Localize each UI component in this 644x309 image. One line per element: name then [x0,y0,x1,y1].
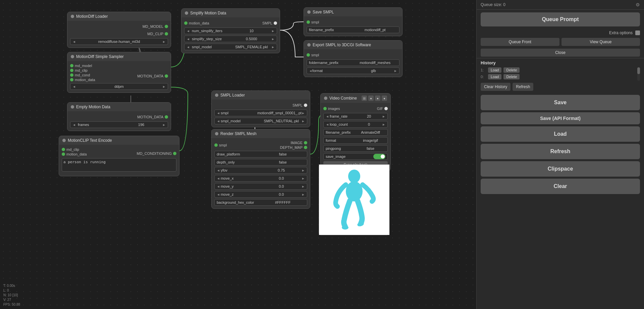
socket-md-model[interactable] [165,25,168,28]
node-dot [71,105,74,109]
label-smpl-in-export: smpl [311,53,319,57]
field-depth-only[interactable]: depth_only false [214,159,307,166]
field-model-dataset[interactable]: ◄ remodiffuse-human_ml3d ► [70,38,168,45]
text-encode-input[interactable]: a person is running [62,158,176,172]
load-button[interactable]: Load [481,126,640,142]
value-format-vc: image/gif [356,138,385,142]
socket-motion-data-out[interactable] [165,74,168,78]
field-filename-prefix-vc[interactable]: filename_prefix AnimateDiff [323,129,388,136]
node-render-smpl: Render SMPL Mesh smpl IMAGE DEPTH_MAP [211,129,310,209]
socket-image-out[interactable] [304,141,307,144]
socket-depth-out[interactable] [304,146,307,149]
queue-front-button[interactable]: Queue Front [481,38,559,46]
field-loop-count[interactable]: ◄ loop_count 0 ► [323,121,388,128]
queue-btns-row: Queue Front View Queue [477,37,644,47]
node-title-export-smpl: Export SMPL to 3DCGI Software [313,43,371,47]
socket-motion-data-in2[interactable] [70,78,73,81]
field-move-x[interactable]: ◄ move_x 0.0 ► [214,175,307,182]
status-v: V: 27 [3,298,20,302]
socket-smpl-in-export[interactable] [307,53,310,57]
socket-motion-data-out-empty[interactable] [165,115,168,119]
close-button[interactable]: Close [481,49,640,57]
label-motion-data: motion_data [189,21,209,25]
field-num-simplify[interactable]: ◄ num_simplify_iters 10 ► [184,27,277,34]
field-row-bg-color: background_hex_color #FFFFFF [212,198,310,206]
field-step-size[interactable]: ◄ simplify_step_size 0.5000 ► [184,36,277,42]
field-foldername[interactable]: foldername_prefix motiondiff_meshes [307,59,399,66]
field-smpl-model-simplify[interactable]: ◄ smpl_model SMPL_FEMALE.pkl ► [184,44,277,50]
socket-md-conditioning-out[interactable] [173,152,176,155]
history-item-0: 0: Load Delete [481,74,635,79]
socket-md-clip[interactable] [165,32,168,36]
view-queue-button[interactable]: View Queue [561,38,640,46]
svg-point-0 [348,170,360,183]
field-pingpong[interactable]: pingpong false [323,145,388,152]
socket-gif-out[interactable] [384,107,388,110]
field-row-format-vc: format image/gif [321,136,390,144]
node-icon-btn-2[interactable]: ● [368,96,374,101]
field-yfov[interactable]: ◄ yfov 0.75 ► [214,167,307,174]
node-header-empty-motion: Empty Motion Data [67,103,171,111]
socket-images-in[interactable] [323,107,327,110]
value-yfov: 0.75 [261,168,302,172]
node-header-render-smpl: Render SMPL Mesh [212,129,310,138]
field-move-y[interactable]: ◄ move_y 0.0 ► [214,183,307,190]
value-num-simplify: 10 [232,29,272,33]
toggle-save-image[interactable] [373,154,385,159]
socket-smpl-in-render[interactable] [214,143,218,147]
queue-prompt-button[interactable]: Queue Prompt [481,12,640,26]
field-format-export[interactable]: ◄ format glb ► [307,67,399,74]
node-icon-btn-1[interactable]: ⊞ [362,96,367,101]
history-delete-1-button[interactable]: Delete [503,67,520,73]
node-dot [62,139,66,142]
value-foldername: motiondiff_meshes [353,61,397,65]
socket-smpl-out-loader[interactable] [304,104,307,107]
node-header-save-smpl: Save SMPL [304,8,402,16]
socket-md-clip-in[interactable] [70,69,73,72]
clipspace-button[interactable]: Clipspace [481,161,640,177]
socket-md-cond-in[interactable] [70,73,73,77]
node-header-sampler: MotionDiff Simple Sampler [67,52,171,61]
extra-options-checkbox[interactable] [635,30,640,35]
field-frames[interactable]: ◄ frames 196 ► [70,121,168,128]
value-sampler-name: ddpm [76,84,162,88]
node-empty-motion: Empty Motion Data MOTION_DATA ◄ frames 1… [67,102,171,131]
socket-smpl-out[interactable] [274,21,277,25]
save-api-button[interactable]: Save (API Format) [481,112,640,124]
field-filename-prefix-save[interactable]: filename_prefix motiondiff_pt [307,26,399,33]
socket-motion-data-in[interactable] [184,21,187,25]
history-load-1-button[interactable]: Load [488,67,501,73]
refresh-small-button[interactable]: Refresh [513,83,533,91]
gear-button[interactable]: ⚙ [636,2,640,7]
node-icon-btn-4[interactable]: ● [382,96,387,101]
field-format-vc[interactable]: format image/gif [323,137,388,144]
history-delete-0-button[interactable]: Delete [503,74,520,79]
node-icon-btn-3[interactable]: ● [375,96,380,101]
refresh-big-button[interactable]: Refresh [481,144,640,159]
field-frame-rate[interactable]: ◄ frame_rate 20 ► [323,113,388,120]
field-bg-color[interactable]: background_hex_color #FFFFFF [214,199,307,206]
node-header-export-smpl: Export SMPL to 3DCGI Software [304,41,402,49]
field-smpl-file[interactable]: ◄ smpl motiondiff_smpl_00001_.pt ► [214,110,307,116]
save-button[interactable]: Save [481,95,640,110]
canvas-area[interactable]: MotionDiff Loader MD_MODEL MD_CLIP ◄ rem… [0,0,476,309]
field-draw-platform[interactable]: draw_platform false [214,151,307,158]
field-move-z[interactable]: ◄ move_z 0.0 ► [214,191,307,198]
node-motiondiff-loader: MotionDiff Loader MD_MODEL MD_CLIP ◄ rem… [67,12,171,48]
socket-md-model-in[interactable] [70,64,73,67]
field-save-image[interactable]: save_image [323,153,388,160]
clear-big-button[interactable]: Clear [481,179,640,194]
field-row-save-image: save_image [321,152,390,161]
arrow-right-model-dataset[interactable]: ► [162,40,166,44]
history-load-0-button[interactable]: Load [488,74,501,79]
clear-history-button[interactable]: Clear History [481,83,511,91]
field-sampler-name[interactable]: ◄ ddpm ► [70,83,168,90]
value-draw-platform: false [261,152,305,156]
socket-md-clip-motionclip[interactable] [62,148,65,151]
field-smpl-model-loader[interactable]: ◄ smpl_model SMPL_NEUTRAL.pkl ► [214,118,307,124]
node-title-sampler: MotionDiff Simple Sampler [76,54,124,59]
arrow-left-model-dataset[interactable]: ◄ [72,40,76,44]
socket-motion-data-motionclip[interactable] [62,152,65,156]
socket-smpl-in-save[interactable] [307,20,310,24]
field-row-loop-count: ◄ loop_count 0 ► [321,120,390,128]
